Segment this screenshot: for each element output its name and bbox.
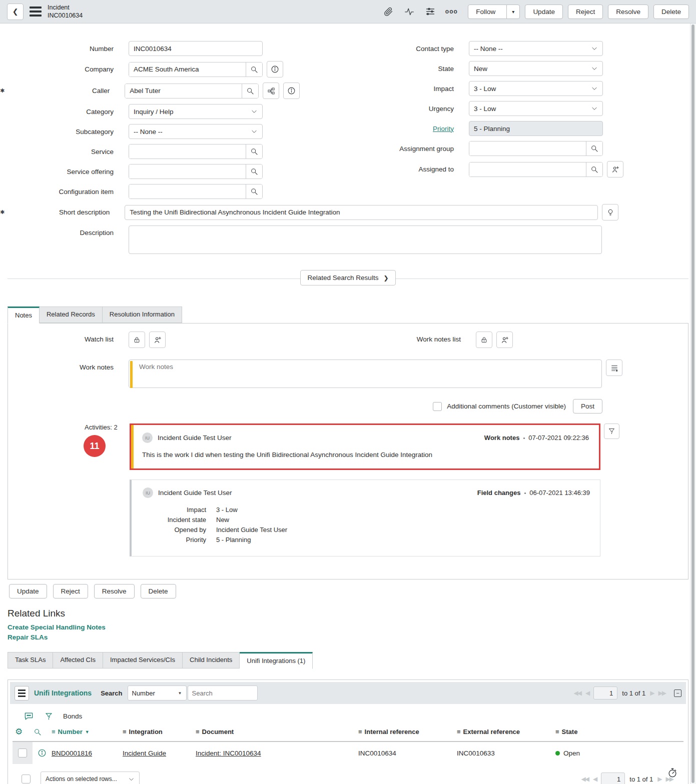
- column-header-internal-reference[interactable]: ≡ Internal reference: [358, 728, 457, 736]
- actions-on-selected-rows-select[interactable]: Actions on selected rows...: [41, 772, 140, 784]
- vertical-scrollbar[interactable]: [690, 24, 696, 784]
- scrollbar-thumb[interactable]: [691, 24, 694, 783]
- list-context-menu-icon[interactable]: [15, 686, 29, 700]
- list-personalize-gear-icon[interactable]: ⚙: [13, 726, 33, 737]
- company-preview-button[interactable]: [267, 61, 283, 78]
- list-chat-icon[interactable]: [24, 712, 34, 721]
- service-search-icon[interactable]: [246, 144, 262, 158]
- configuration-item-field[interactable]: [129, 184, 246, 198]
- prev-page-icon[interactable]: ◀: [585, 690, 589, 696]
- activity-stream-icon[interactable]: [404, 6, 415, 17]
- priority-label-link[interactable]: Priority: [350, 125, 454, 132]
- service-field[interactable]: [129, 144, 246, 158]
- category-select[interactable]: Inquiry / Help: [129, 104, 263, 119]
- column-menu-icon[interactable]: ≡: [52, 728, 56, 736]
- tab-impacted-services-cis[interactable]: Impacted Services/CIs: [103, 652, 183, 668]
- caller-field[interactable]: [125, 84, 242, 98]
- column-header-external-reference[interactable]: ≡ External reference: [457, 728, 555, 736]
- search-field-select[interactable]: Number ▼: [128, 686, 187, 700]
- tab-resolution-information[interactable]: Resolution Information: [103, 306, 182, 323]
- tab-related-records[interactable]: Related Records: [40, 306, 103, 323]
- assigned-to-search-icon[interactable]: [586, 162, 602, 176]
- related-search-results-button[interactable]: Related Search Results ❯: [300, 270, 396, 286]
- watch-list-add-person-icon[interactable]: [149, 332, 166, 348]
- suggestion-lightbulb-icon[interactable]: [602, 204, 618, 220]
- list-search-input[interactable]: [188, 686, 258, 700]
- description-field[interactable]: [129, 226, 602, 254]
- service-offering-search-icon[interactable]: [246, 164, 262, 178]
- caller-preview-button[interactable]: [283, 82, 300, 99]
- activity-stream-toggle-icon[interactable]: [606, 360, 622, 376]
- column-menu-icon[interactable]: ≡: [358, 728, 362, 736]
- first-page-icon[interactable]: ◀◀: [581, 776, 588, 782]
- last-page-icon[interactable]: ▶▶: [658, 690, 665, 696]
- page-number-input[interactable]: [593, 686, 617, 700]
- caller-search-icon[interactable]: [242, 84, 258, 98]
- tab-child-incidents[interactable]: Child Incidents: [183, 652, 240, 668]
- column-menu-icon[interactable]: ≡: [196, 728, 200, 736]
- activity-filter-icon[interactable]: [604, 424, 619, 439]
- context-menu-icon[interactable]: [30, 6, 42, 16]
- post-button[interactable]: Post: [573, 399, 602, 414]
- next-page-icon[interactable]: ▶: [657, 776, 661, 782]
- select-all-checkbox[interactable]: [22, 774, 31, 784]
- column-menu-icon[interactable]: ≡: [457, 728, 461, 736]
- list-title[interactable]: Unifi Integrations: [34, 689, 92, 697]
- tab-unifi-integrations[interactable]: Unifi Integrations (1): [240, 652, 313, 669]
- assignment-group-search-icon[interactable]: [586, 142, 602, 156]
- reject-button-bottom[interactable]: Reject: [53, 584, 88, 598]
- row-integration-link[interactable]: Incident Guide: [123, 750, 166, 757]
- assignment-group-field[interactable]: [469, 142, 586, 156]
- related-link-repair-slas[interactable]: Repair SLAs: [8, 634, 48, 641]
- watch-list-lock-icon[interactable]: [129, 332, 145, 348]
- row-number-link[interactable]: BND0001816: [52, 750, 92, 757]
- impact-select[interactable]: 3 - Low: [469, 81, 603, 96]
- tab-affected-cis[interactable]: Affected CIs: [53, 652, 103, 668]
- tab-notes[interactable]: Notes: [8, 306, 40, 324]
- response-time-stopwatch-icon[interactable]: [667, 767, 678, 780]
- work-notes-list-lock-icon[interactable]: [476, 332, 492, 348]
- prev-page-icon[interactable]: ◀: [593, 776, 596, 782]
- page-number-input[interactable]: [601, 772, 625, 784]
- related-link-create-special-handling-notes[interactable]: Create Special Handling Notes: [8, 624, 106, 631]
- more-options-icon[interactable]: ooo: [446, 6, 457, 17]
- short-description-field[interactable]: [125, 205, 598, 220]
- collapse-list-icon[interactable]: −: [674, 690, 681, 697]
- row-document-link[interactable]: Incident: INC0010634: [196, 750, 261, 757]
- row-preview-icon[interactable]: [33, 748, 52, 758]
- personalize-form-icon[interactable]: [425, 6, 436, 17]
- additional-comments-checkbox[interactable]: [433, 402, 442, 411]
- column-menu-icon[interactable]: ≡: [123, 728, 127, 736]
- assign-to-me-icon[interactable]: [607, 161, 623, 178]
- assigned-to-field[interactable]: [469, 162, 586, 176]
- column-search-icon[interactable]: [33, 728, 52, 736]
- first-page-icon[interactable]: ◀◀: [574, 690, 581, 696]
- urgency-select[interactable]: 3 - Low: [469, 101, 603, 116]
- configuration-item-search-icon[interactable]: [246, 184, 262, 198]
- work-notes-input[interactable]: [129, 360, 602, 388]
- column-header-state[interactable]: ≡ State: [555, 728, 683, 736]
- follow-dropdown-button[interactable]: ▾: [506, 4, 520, 19]
- column-menu-icon[interactable]: ≡: [555, 728, 559, 736]
- update-button[interactable]: Update: [525, 4, 563, 19]
- company-field[interactable]: [129, 62, 246, 76]
- column-header-number[interactable]: ≡ Number ▼: [52, 728, 123, 736]
- list-filter-icon[interactable]: [45, 712, 53, 720]
- company-search-icon[interactable]: [246, 62, 262, 76]
- delete-button-bottom[interactable]: Delete: [141, 584, 176, 598]
- column-header-integration[interactable]: ≡ Integration: [123, 728, 196, 736]
- follow-button[interactable]: Follow: [468, 4, 507, 19]
- next-page-icon[interactable]: ▶: [650, 690, 653, 696]
- service-offering-field[interactable]: [129, 164, 246, 178]
- state-select[interactable]: New: [469, 61, 603, 76]
- subcategory-select[interactable]: -- None --: [129, 124, 263, 139]
- row-checkbox[interactable]: [18, 748, 27, 758]
- tab-task-slas[interactable]: Task SLAs: [8, 652, 53, 668]
- number-field[interactable]: [129, 41, 263, 56]
- contact-type-select[interactable]: -- None --: [469, 41, 603, 56]
- reject-button[interactable]: Reject: [568, 4, 603, 19]
- resolve-button[interactable]: Resolve: [608, 4, 648, 19]
- back-button[interactable]: ❮: [7, 4, 24, 20]
- attachment-icon[interactable]: [383, 6, 394, 17]
- column-header-document[interactable]: ≡ Document: [196, 728, 358, 736]
